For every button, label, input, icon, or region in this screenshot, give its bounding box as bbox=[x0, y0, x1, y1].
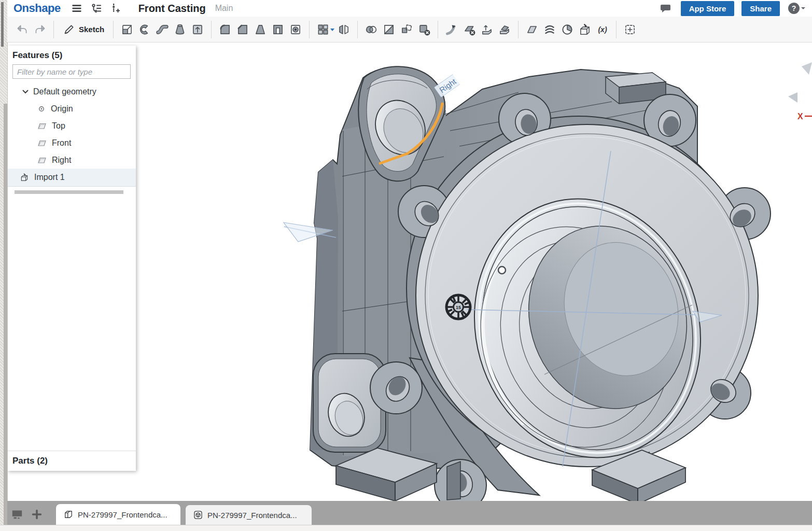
loft-button[interactable] bbox=[171, 20, 189, 39]
chevron-down-icon[interactable] bbox=[22, 88, 29, 95]
plane-button[interactable] bbox=[523, 20, 541, 39]
feature-item-import[interactable]: Import 1 bbox=[7, 169, 136, 187]
history-clock-icon bbox=[561, 23, 574, 36]
plus-icon bbox=[31, 508, 43, 521]
sketch-label: Sketch bbox=[79, 25, 104, 34]
linear-pattern-button[interactable] bbox=[314, 20, 332, 39]
feature-item-label: Import 1 bbox=[34, 173, 65, 182]
feature-item-right-plane[interactable]: Right bbox=[7, 151, 136, 169]
tab-part-studio[interactable]: PN-279997_Frontendca... bbox=[56, 504, 180, 525]
versions-button[interactable] bbox=[89, 2, 104, 15]
undo-button[interactable] bbox=[13, 20, 31, 39]
sweep-icon bbox=[156, 23, 169, 36]
cast-stamp: 15 bbox=[446, 295, 470, 319]
delete-part-icon bbox=[417, 23, 431, 36]
top-header-bar: Onshape Front Casting Main App Store Sha… bbox=[7, 0, 812, 17]
delete-face-button[interactable] bbox=[460, 20, 478, 39]
support-rib[interactable] bbox=[447, 462, 460, 500]
sketch-button[interactable]: Sketch bbox=[59, 20, 108, 39]
plane-icon bbox=[37, 122, 47, 130]
plane-icon bbox=[525, 23, 539, 36]
history-button[interactable] bbox=[558, 20, 576, 39]
fillet-icon bbox=[218, 23, 232, 36]
delete-part-button[interactable] bbox=[415, 20, 433, 39]
hole-button[interactable] bbox=[287, 20, 304, 39]
fillet-button[interactable] bbox=[216, 20, 234, 39]
tab-manager-icon bbox=[10, 508, 24, 521]
feature-item-front-plane[interactable]: Front bbox=[7, 134, 136, 151]
feature-item-origin[interactable]: Origin bbox=[7, 100, 136, 117]
feature-item-label: Top bbox=[52, 121, 65, 131]
move-face-icon bbox=[480, 23, 494, 36]
view-cube-fragment[interactable] bbox=[788, 62, 812, 103]
versions-tree-icon bbox=[91, 3, 102, 14]
group-label: Default geometry bbox=[33, 87, 96, 96]
split-button[interactable] bbox=[380, 20, 398, 39]
tab-label: PN-279997_Frontendca... bbox=[78, 510, 167, 519]
tab-assembly[interactable]: PN-279997_Frontendca... bbox=[186, 505, 312, 525]
share-button[interactable]: Share bbox=[741, 1, 780, 16]
import-icon bbox=[20, 173, 29, 182]
undo-icon bbox=[16, 23, 29, 36]
export-button[interactable] bbox=[576, 20, 594, 39]
chamfer-button[interactable] bbox=[234, 20, 251, 39]
boolean-icon bbox=[365, 23, 378, 36]
revolve-button[interactable] bbox=[136, 20, 153, 39]
variable-icon: (x) bbox=[596, 23, 609, 36]
workspace-name[interactable]: Main bbox=[215, 4, 233, 13]
variable-button[interactable]: (x) bbox=[594, 20, 611, 39]
modify-fillet-button[interactable] bbox=[443, 20, 460, 39]
draft-icon bbox=[254, 23, 267, 36]
origin-icon bbox=[37, 105, 46, 113]
move-face-button[interactable] bbox=[478, 20, 496, 39]
sweep-button[interactable] bbox=[153, 20, 171, 39]
features-empty-area bbox=[7, 194, 136, 451]
redo-button[interactable] bbox=[31, 20, 49, 39]
main-menu-button[interactable] bbox=[69, 2, 85, 15]
help-menu[interactable]: ? bbox=[788, 3, 807, 14]
app-store-button[interactable]: App Store bbox=[681, 1, 735, 16]
draft-button[interactable] bbox=[251, 20, 269, 39]
replace-face-button[interactable] bbox=[496, 20, 513, 39]
helix-button[interactable] bbox=[541, 20, 558, 39]
export-icon bbox=[578, 23, 592, 36]
transform-icon bbox=[400, 23, 413, 36]
transform-button[interactable] bbox=[398, 20, 415, 39]
rollback-bar[interactable] bbox=[15, 190, 123, 194]
insert-feature-button[interactable] bbox=[621, 20, 639, 39]
feature-item-label: Front bbox=[52, 138, 71, 148]
shell-button[interactable] bbox=[269, 20, 287, 39]
part-studio-icon bbox=[63, 509, 74, 520]
feature-item-label: Origin bbox=[51, 104, 73, 114]
mirror-button[interactable] bbox=[335, 20, 353, 39]
edge-strip-segment bbox=[1, 2, 4, 47]
document-title[interactable]: Front Casting bbox=[138, 3, 206, 15]
parts-panel-header[interactable]: Parts (2) bbox=[7, 451, 136, 471]
tab-manager-button[interactable] bbox=[7, 504, 27, 525]
svg-text:(x): (x) bbox=[598, 25, 608, 33]
feature-filter-input[interactable] bbox=[12, 64, 131, 79]
linear-pattern-icon bbox=[316, 23, 330, 36]
thicken-button[interactable] bbox=[189, 20, 206, 39]
onshape-logo[interactable]: Onshape bbox=[13, 2, 61, 15]
create-version-icon bbox=[109, 3, 121, 14]
feature-item-top-plane[interactable]: Top bbox=[7, 117, 136, 134]
create-version-button[interactable] bbox=[107, 2, 123, 15]
default-geometry-group[interactable]: Default geometry bbox=[7, 83, 136, 100]
origin-marker[interactable] bbox=[498, 267, 506, 274]
assembly-icon bbox=[193, 510, 203, 520]
boolean-button[interactable] bbox=[362, 20, 380, 39]
comments-button[interactable] bbox=[658, 2, 674, 15]
features-panel-header: Features (5) bbox=[7, 46, 136, 64]
pattern-dropdown-caret[interactable] bbox=[330, 27, 335, 32]
chat-bubble-icon bbox=[660, 2, 672, 15]
edge-strip-scrollbar[interactable] bbox=[4, 104, 7, 525]
thicken-icon bbox=[191, 23, 204, 36]
shell-icon bbox=[271, 23, 285, 36]
extrude-button[interactable] bbox=[118, 20, 136, 39]
new-tab-button[interactable] bbox=[27, 504, 47, 525]
svg-text:15: 15 bbox=[456, 305, 461, 310]
right-plane-tag[interactable]: Right bbox=[434, 70, 466, 97]
features-panel: Features (5) Default geometry Origin Top… bbox=[7, 46, 136, 471]
bottom-status-strip bbox=[0, 525, 812, 531]
